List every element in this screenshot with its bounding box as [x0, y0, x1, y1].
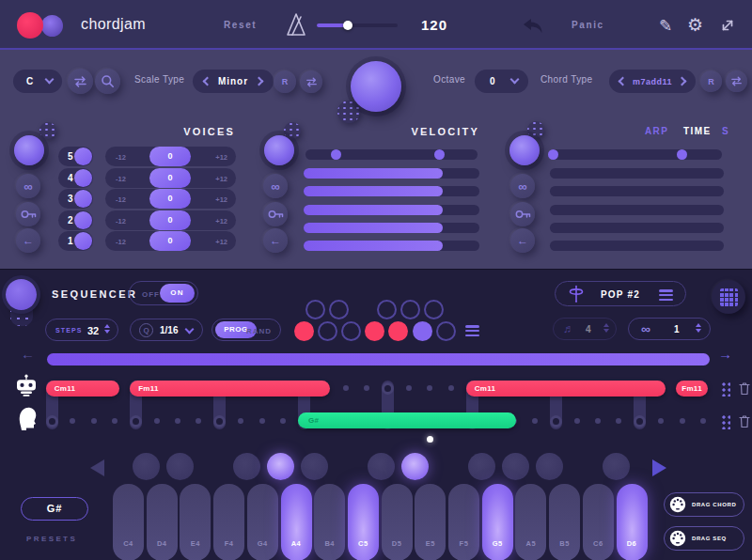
sequencer-knob[interactable]: [6, 279, 37, 310]
voice-toggle-4[interactable]: 4: [58, 168, 93, 188]
stepper-icon[interactable]: [104, 324, 110, 334]
step-dot[interactable]: [196, 418, 201, 424]
black-key-D#4[interactable]: [166, 453, 194, 480]
voice-transpose-4[interactable]: -120+12: [105, 168, 236, 188]
black-key-G#4[interactable]: [267, 453, 294, 480]
loop-control[interactable]: ∞ 1: [628, 318, 711, 340]
step-dot[interactable]: [532, 418, 538, 424]
drag-seq-button[interactable]: DRAG SEQ: [664, 526, 744, 551]
chord-block-Fm11[interactable]: Fm11: [676, 381, 708, 397]
step-dot[interactable]: [70, 418, 75, 424]
voice-transpose-5[interactable]: -120+12: [105, 147, 236, 166]
pencil-icon[interactable]: ✎: [659, 16, 672, 36]
note-G[interactable]: [388, 321, 408, 341]
black-key-C#4[interactable]: [133, 453, 160, 480]
bass-row-drag-handle-icon[interactable]: [720, 413, 730, 429]
black-key-A#5[interactable]: [536, 453, 563, 480]
step-dot[interactable]: [658, 418, 664, 424]
black-key-G#5[interactable]: [502, 453, 529, 480]
note-A[interactable]: [413, 321, 432, 341]
note-C#[interactable]: [306, 300, 325, 319]
arp-bar-3[interactable]: [550, 205, 724, 215]
bass-row-trash-icon[interactable]: [739, 414, 750, 432]
white-key-C5[interactable]: C5: [348, 484, 379, 560]
presets-label[interactable]: PRESETS: [26, 535, 77, 543]
stepper-icon[interactable]: [603, 323, 609, 333]
voice-toggle-3[interactable]: 3: [58, 189, 93, 209]
scale-random-button[interactable]: R: [274, 70, 296, 93]
step-dot[interactable]: [343, 385, 349, 391]
voices-knob[interactable]: [14, 135, 44, 165]
scale-type-select[interactable]: Minor: [193, 70, 274, 93]
sequence-length-bar[interactable]: [47, 353, 710, 366]
preset-selector[interactable]: POP #2: [555, 281, 686, 306]
steps-control[interactable]: STEPS 32: [45, 319, 118, 341]
undo-icon[interactable]: [523, 19, 543, 37]
stepper-icon[interactable]: [696, 323, 701, 333]
white-key-A4[interactable]: A4: [281, 484, 312, 560]
step-dot[interactable]: [91, 418, 97, 424]
shift-left-arrow[interactable]: ←: [21, 346, 35, 362]
velocity-lock-button[interactable]: [263, 202, 288, 226]
note-D[interactable]: [318, 321, 337, 341]
tempo-slider[interactable]: [317, 23, 398, 27]
step-dot[interactable]: [238, 418, 243, 424]
note-E[interactable]: [341, 321, 361, 341]
white-key-C6[interactable]: C6: [583, 484, 614, 560]
arp-bar-1[interactable]: [550, 168, 724, 179]
step-dot[interactable]: [595, 418, 601, 424]
range-handle[interactable]: [434, 149, 445, 160]
arp-reset-button[interactable]: ←: [510, 228, 535, 253]
white-key-E4[interactable]: E4: [180, 484, 211, 560]
step-dot[interactable]: [175, 418, 180, 424]
step-dot[interactable]: [364, 385, 369, 391]
black-key-D#5[interactable]: [401, 453, 429, 480]
white-key-B4[interactable]: B4: [314, 484, 345, 560]
step-dot[interactable]: [448, 385, 454, 391]
current-chord-badge[interactable]: G#: [21, 497, 88, 521]
white-key-E5[interactable]: E5: [415, 484, 446, 560]
step-dot[interactable]: [154, 418, 160, 424]
voice-transpose-2[interactable]: -120+12: [105, 210, 236, 230]
voice-toggle-1[interactable]: 1: [58, 231, 93, 251]
black-key-C#5[interactable]: [368, 453, 395, 480]
arp-bar-4[interactable]: [550, 223, 724, 233]
arp-bar-5[interactable]: [550, 241, 724, 251]
note-A#[interactable]: [424, 300, 444, 319]
resize-icon[interactable]: [719, 17, 736, 38]
metronome-icon[interactable]: [285, 12, 307, 40]
note-B[interactable]: [436, 321, 456, 341]
velocity-bar-2[interactable]: [304, 186, 479, 196]
chord-swap-button[interactable]: [726, 70, 747, 92]
velocity-bar-1[interactable]: [304, 168, 479, 179]
velocity-bar-5[interactable]: [304, 241, 479, 251]
chord-block-Cm11[interactable]: Cm11: [46, 381, 119, 397]
chord-row-drag-handle-icon[interactable]: [720, 381, 730, 397]
step-dot[interactable]: [616, 418, 621, 424]
arp-latch-button[interactable]: ∞: [510, 174, 535, 198]
voice-toggle-5[interactable]: 5: [58, 147, 93, 166]
step-dot[interactable]: [680, 418, 685, 424]
velocity-reset-button[interactable]: ←: [263, 228, 288, 253]
range-handle[interactable]: [677, 149, 687, 160]
tab-arp[interactable]: ARP: [645, 126, 668, 136]
chord-block-Fm11[interactable]: Fm11: [130, 381, 329, 397]
octave-select[interactable]: 0: [475, 70, 528, 93]
tab-time[interactable]: TIME: [683, 126, 712, 136]
step-dot[interactable]: [406, 385, 412, 391]
voices-reset-button[interactable]: ←: [16, 228, 40, 253]
quantize-control[interactable]: Q 1/16: [130, 319, 203, 341]
chord-row-trash-icon[interactable]: [739, 381, 750, 399]
white-key-G5[interactable]: G5: [482, 484, 513, 560]
chord-knob[interactable]: [351, 61, 401, 112]
black-key-F#5[interactable]: [468, 453, 495, 480]
preset-menu-icon[interactable]: [659, 289, 673, 301]
white-key-A5[interactable]: A5: [515, 484, 546, 560]
pad-grid-button[interactable]: [712, 280, 745, 314]
voice-toggle-2[interactable]: 2: [58, 210, 93, 230]
note-F[interactable]: [365, 321, 384, 341]
black-key-C#6[interactable]: [603, 453, 630, 480]
velocity-range-slider[interactable]: [306, 149, 478, 160]
velocity-bar-4[interactable]: [304, 223, 479, 233]
reset-button[interactable]: Reset: [224, 20, 257, 30]
